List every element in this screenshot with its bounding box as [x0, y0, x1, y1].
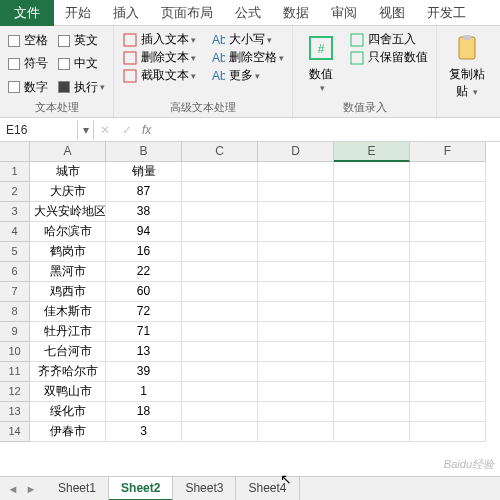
fx-icon[interactable]: fx	[138, 121, 155, 139]
cell[interactable]	[410, 262, 486, 282]
cell[interactable]	[334, 342, 410, 362]
sheet-nav-next[interactable]: ►	[22, 483, 40, 495]
paste-button[interactable]: 复制粘贴 ▾	[445, 30, 489, 102]
text-action-button[interactable]: 删除文本▾	[122, 49, 196, 66]
cell[interactable]	[334, 382, 410, 402]
column-header[interactable]: D	[258, 142, 334, 162]
cell[interactable]	[258, 342, 334, 362]
cell[interactable]	[334, 262, 410, 282]
name-box-dropdown[interactable]: ▾	[78, 121, 94, 139]
cell[interactable]: 销量	[106, 162, 182, 182]
cell[interactable]: 七台河市	[30, 342, 106, 362]
value-action-button[interactable]: 只保留数值	[349, 49, 428, 66]
cell[interactable]: 双鸭山市	[30, 382, 106, 402]
cell[interactable]	[182, 242, 258, 262]
cell[interactable]: 齐齐哈尔市	[30, 362, 106, 382]
row-header[interactable]: 3	[0, 202, 30, 222]
cell[interactable]	[334, 162, 410, 182]
cell[interactable]: 22	[106, 262, 182, 282]
cell[interactable]	[410, 222, 486, 242]
checkbox-option[interactable]: 执行▾	[58, 79, 105, 96]
sheet-tab[interactable]: Sheet2	[109, 477, 173, 501]
spreadsheet-grid[interactable]: ABCDEF 1城市销量2大庆市873大兴安岭地区384哈尔滨市945鹤岗市16…	[0, 142, 500, 442]
cell[interactable]	[410, 182, 486, 202]
cell[interactable]: 黑河市	[30, 262, 106, 282]
cell[interactable]	[334, 322, 410, 342]
cell[interactable]: 大庆市	[30, 182, 106, 202]
cell[interactable]	[182, 282, 258, 302]
cell[interactable]: 60	[106, 282, 182, 302]
cell[interactable]	[182, 402, 258, 422]
cell[interactable]	[334, 282, 410, 302]
column-header[interactable]: E	[334, 142, 410, 162]
sheet-nav-prev[interactable]: ◄	[4, 483, 22, 495]
cell[interactable]	[182, 262, 258, 282]
column-header[interactable]: A	[30, 142, 106, 162]
text-action-button[interactable]: 插入文本▾	[122, 31, 196, 48]
cell[interactable]	[334, 242, 410, 262]
cell[interactable]: 38	[106, 202, 182, 222]
cell[interactable]	[334, 362, 410, 382]
cell[interactable]	[258, 322, 334, 342]
cell[interactable]	[410, 162, 486, 182]
value-action-button[interactable]: 四舍五入	[349, 31, 428, 48]
cell[interactable]	[258, 162, 334, 182]
name-box[interactable]: E16	[0, 121, 78, 139]
cell[interactable]: 3	[106, 422, 182, 442]
cell[interactable]	[182, 382, 258, 402]
cell[interactable]	[258, 202, 334, 222]
ribbon-tab[interactable]: 审阅	[320, 0, 368, 27]
row-header[interactable]: 5	[0, 242, 30, 262]
cell[interactable]	[410, 362, 486, 382]
cell[interactable]: 87	[106, 182, 182, 202]
cell[interactable]	[182, 422, 258, 442]
cell[interactable]	[410, 202, 486, 222]
cell[interactable]	[410, 422, 486, 442]
cancel-formula-button[interactable]: ✕	[94, 121, 116, 139]
cell[interactable]	[410, 282, 486, 302]
cell[interactable]	[182, 202, 258, 222]
cell[interactable]	[410, 382, 486, 402]
cell[interactable]	[410, 322, 486, 342]
cell[interactable]	[182, 322, 258, 342]
cell[interactable]	[258, 182, 334, 202]
cell[interactable]	[182, 162, 258, 182]
cell[interactable]: 城市	[30, 162, 106, 182]
cell[interactable]	[182, 362, 258, 382]
row-header[interactable]: 13	[0, 402, 30, 422]
checkbox-option[interactable]: 空格	[8, 32, 48, 49]
cell[interactable]	[334, 222, 410, 242]
ribbon-tab[interactable]: 插入	[102, 0, 150, 27]
cell[interactable]	[182, 342, 258, 362]
cell[interactable]	[258, 382, 334, 402]
cell[interactable]: 39	[106, 362, 182, 382]
cell[interactable]: 94	[106, 222, 182, 242]
sheet-tab[interactable]: Sheet1	[46, 477, 109, 501]
cell[interactable]	[410, 242, 486, 262]
cell[interactable]	[182, 302, 258, 322]
cell[interactable]	[258, 362, 334, 382]
cell[interactable]	[410, 342, 486, 362]
row-header[interactable]: 10	[0, 342, 30, 362]
cell[interactable]: 佳木斯市	[30, 302, 106, 322]
cell[interactable]	[334, 422, 410, 442]
ribbon-tab[interactable]: 视图	[368, 0, 416, 27]
row-header[interactable]: 8	[0, 302, 30, 322]
cell[interactable]: 16	[106, 242, 182, 262]
enter-formula-button[interactable]: ✓	[116, 121, 138, 139]
row-header[interactable]: 2	[0, 182, 30, 202]
cell[interactable]: 13	[106, 342, 182, 362]
ribbon-tab[interactable]: 开发工	[416, 0, 477, 27]
cell[interactable]	[258, 402, 334, 422]
row-header[interactable]: 6	[0, 262, 30, 282]
cell[interactable]	[258, 242, 334, 262]
text-action-button[interactable]: Ab大小写▾	[210, 31, 284, 48]
cell[interactable]	[182, 222, 258, 242]
row-header[interactable]: 12	[0, 382, 30, 402]
cell[interactable]	[410, 302, 486, 322]
cell[interactable]: 伊春市	[30, 422, 106, 442]
text-action-button[interactable]: Ab删除空格▾	[210, 49, 284, 66]
cell[interactable]	[258, 302, 334, 322]
cell[interactable]: 鸡西市	[30, 282, 106, 302]
cell[interactable]: 71	[106, 322, 182, 342]
